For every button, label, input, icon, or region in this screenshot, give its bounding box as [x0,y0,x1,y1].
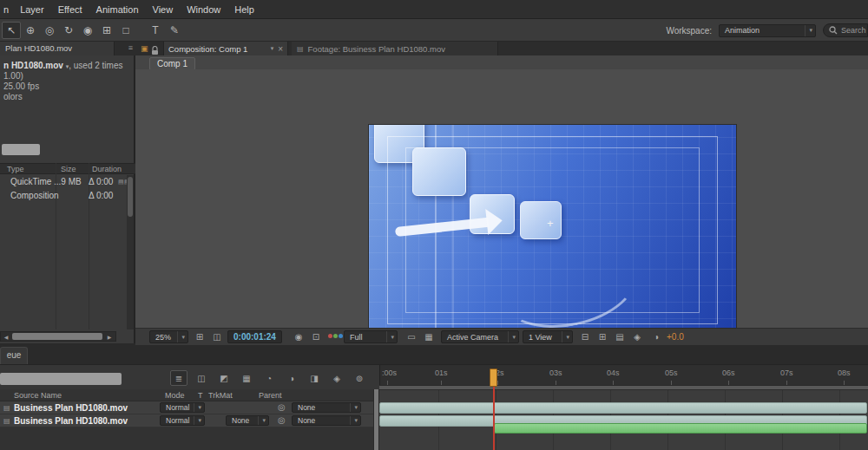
blend-mode-select[interactable]: Normal ▾ [160,415,205,426]
close-icon[interactable]: × [278,44,283,54]
current-time-display[interactable]: 0:00:01:24 [227,330,282,343]
menu-item-help[interactable]: Help [227,4,261,15]
pickwhip-icon[interactable]: ◎ [278,402,286,412]
column-duration[interactable]: Duration [92,165,122,173]
exposure-value[interactable]: +0.0 [667,332,684,342]
layer-duration-bar-selected[interactable] [494,423,867,434]
composition-panel: ▣ Composition: Comp 1 ▾ × ▤ Footage: Bus… [135,42,868,345]
camera-view-select[interactable]: Active Camera ▾ [441,330,519,343]
render-queue-tab[interactable]: eue [0,347,28,364]
flowchart-button-icon[interactable]: ◈ [630,330,644,343]
motion-blur-icon[interactable]: ◑ [283,370,300,386]
footage-info-line2: 1.00) [3,71,23,81]
auto-keyframe-icon[interactable]: ◈ [328,370,345,386]
pixel-aspect-icon[interactable]: ⊟ [578,330,592,343]
menu-item-truncated[interactable]: n [0,4,13,15]
chevron-down-icon: ▾ [271,45,274,52]
frame-blending-icon[interactable]: ◔ [260,370,278,386]
safe-margins-icon[interactable]: ◫ [210,330,224,343]
column-parent[interactable]: Parent [259,391,282,400]
project-item-row[interactable]: QuickTime ...9 MB Δ 0:00 ▤ ▤ [0,175,125,189]
mask-tool-icon[interactable]: □ [116,22,135,39]
grid-options-icon[interactable]: ⊞ [193,330,207,343]
camera-tool-icon[interactable]: ◉ [78,22,97,39]
panel-menu-icon[interactable]: ≡ [128,43,133,52]
tab-composition[interactable]: Composition: Comp 1 ▾ × [163,42,288,55]
pan-behind-tool-icon[interactable]: ⊞ [97,22,116,39]
menu-item-view[interactable]: View [146,4,181,15]
ruler-label: 05s [665,368,678,377]
transparency-grid-icon[interactable]: ▦ [422,330,436,343]
scrollbar-thumb[interactable] [12,333,102,340]
column-size[interactable]: Size [61,165,76,173]
footage-info-line1: n HD1080.mov ▾, used 2 times [3,61,122,70]
comp-mini-flowchart-icon[interactable]: ≣ [170,370,187,386]
hide-shy-layers-icon[interactable]: ▦ [238,370,255,386]
parent-select[interactable]: None ▾ [292,415,361,426]
layer-name[interactable]: Business Plan HD1080.mov [14,416,128,426]
scrollbar-thumb[interactable] [128,177,133,217]
scroll-left-icon[interactable]: ◀ [1,332,11,341]
timeline-button-icon[interactable]: ▤ [613,330,627,343]
trkmat-select[interactable]: None ▾ [226,415,269,426]
snapshot-camera-icon[interactable]: ◉ [292,330,306,343]
exposure-reset-icon[interactable]: ◑ [649,330,663,343]
search-input[interactable]: Search [823,23,868,37]
ruler-label: 06s [722,368,735,377]
region-of-interest-icon[interactable]: ▭ [404,330,418,343]
menu-item-layer[interactable]: Layer [13,4,51,15]
rotation-tool-icon[interactable]: ↻ [59,22,78,39]
menu-item-window[interactable]: Window [180,4,227,15]
column-trkmat[interactable]: TrkMat [208,391,233,400]
parent-select[interactable]: None ▾ [292,402,361,413]
tab-footage[interactable]: ▤ Footage: Business Plan HD1080.mov [292,42,498,55]
layer-row[interactable]: ▤ Business Plan HD1080.mov Normal ▾ ◎ No… [0,401,379,414]
comp-viewer[interactable]: + [135,69,868,328]
graph-editor-icon[interactable]: ⊚ [351,370,368,386]
ruler-label: :00s [382,368,397,377]
resolution-select[interactable]: Full ▾ [344,330,398,343]
brainstorm-icon[interactable]: ◨ [306,370,323,386]
view-layout-select[interactable]: 1 View ▾ [523,330,573,343]
current-time-indicator[interactable] [490,368,497,387]
ruler-label: 04s [607,368,620,377]
project-search-field[interactable] [2,144,40,155]
workspace-select[interactable]: Animation ▾ [719,24,816,37]
blend-mode-select[interactable]: Normal ▾ [160,402,205,413]
comp-breadcrumb[interactable]: Comp 1 [149,57,195,70]
layer-row[interactable]: ▤ Business Plan HD1080.mov Normal ▾ None… [0,414,379,427]
column-mode[interactable]: Mode [165,391,185,400]
timeline-search-field[interactable] [0,373,122,385]
layer-name[interactable]: Business Plan HD1080.mov [14,403,128,413]
pickwhip-icon[interactable]: ◎ [278,415,286,425]
type-tool-icon[interactable]: T [146,22,165,39]
live-update-icon[interactable]: ◫ [193,370,210,386]
vertical-scrollbar[interactable] [127,175,134,329]
project-tab[interactable]: Plan HD1080.mov [0,42,115,55]
menu-bar: n Layer Effect Animation View Window Hel… [0,0,868,19]
hand-tool-icon[interactable]: ⊕ [21,22,40,39]
horizontal-scrollbar[interactable]: ◀ ▶ [0,331,116,342]
project-tabbar: Plan HD1080.mov ≡ [0,42,135,55]
menu-item-effect[interactable]: Effect [51,4,89,15]
scroll-right-icon[interactable]: ▶ [104,332,115,341]
column-source-name[interactable]: Source Name [14,391,62,400]
chevron-down-icon: ▾ [354,404,358,411]
column-type[interactable]: Type [7,165,24,173]
selection-tool-icon[interactable]: ↖ [2,22,21,39]
show-snapshot-icon[interactable]: ⊡ [309,330,323,343]
draft-3d-icon[interactable]: ◩ [215,370,233,386]
column-t[interactable]: T [198,391,203,400]
fast-preview-icon[interactable]: ⊞ [595,330,609,343]
layer-duration-bar[interactable] [379,402,867,414]
tool-bar: ↖ ⊕ ◎ ↻ ◉ ⊞ □ T ✎ Workspace: Animation ▾… [0,19,868,42]
chevron-down-icon: ▾ [181,334,185,341]
magnification-select[interactable]: 25% ▾ [149,330,188,343]
project-item-row[interactable]: Composition Δ 0:00 [0,189,125,203]
menu-item-animation[interactable]: Animation [89,4,146,15]
brush-tool-icon[interactable]: ✎ [165,22,184,39]
panel-divider[interactable] [373,389,379,450]
channel-icon[interactable] [328,334,343,338]
film-icon: ▤ [3,417,10,425]
zoom-tool-icon[interactable]: ◎ [40,22,59,39]
